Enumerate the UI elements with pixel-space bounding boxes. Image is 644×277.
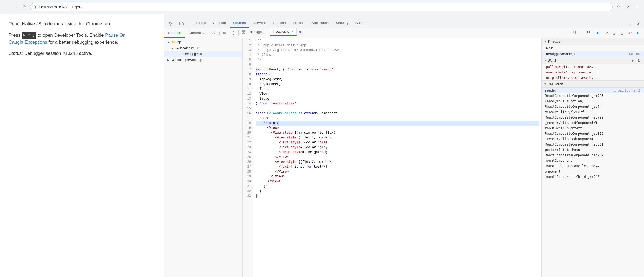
callstack-name-12: performInitialMount (545, 148, 582, 152)
deactivate-button[interactable] (627, 29, 634, 36)
back-button[interactable]: ← (3, 3, 11, 11)
page-content: React Native JS code runs inside this Ch… (0, 14, 164, 277)
forward-button[interactable]: → (12, 3, 19, 11)
callstack-item-5[interactable]: measureLifeCyclePerf (542, 109, 644, 115)
resume-button[interactable] (594, 29, 601, 36)
zoom-button[interactable]: ↗ (624, 3, 632, 11)
tree-item-worker[interactable]: ▶ ⚙ debuggerWorker.js (164, 57, 242, 63)
format-button[interactable]: { } (571, 29, 578, 35)
close-file-tab-button[interactable]: ✕ (291, 30, 294, 33)
devtools-panel: Elements Console Sources Network Timelin… (164, 14, 644, 277)
grid-icon[interactable] (240, 28, 247, 36)
watch-header[interactable]: ▼ Watch + ↻ (542, 57, 644, 64)
subtab-content[interactable]: Content ... (185, 28, 209, 38)
tree-arrow-top: ▼ (167, 40, 170, 44)
subtab-sources[interactable]: Sources (164, 28, 185, 38)
callstack-item-render[interactable]: render index.ios.js:18 (542, 88, 644, 93)
callstack-name-17: mount ReactMultiChild.js:240 (545, 175, 599, 179)
watch-item-1: pullDownOffset: <not av… (542, 64, 644, 70)
callstack-item-15[interactable]: mountC ReactReconciler.js:47 (542, 163, 644, 169)
debugger-toolbar (592, 28, 644, 38)
callstack-name-3: (anonymous function) (545, 99, 584, 103)
tree-label-worker: debuggerWorker.js (175, 58, 203, 62)
more-files-button[interactable]: »» (298, 28, 305, 36)
cursor-icon[interactable] (167, 20, 175, 28)
callstack-name-8: thoutOwnerOrContext (545, 126, 582, 130)
code-editor[interactable]: 1 2 3 4 5 6 7 8 9 10 11 12 13 14 (243, 38, 541, 277)
pause-button[interactable] (635, 29, 642, 36)
callstack-name-11: ReactCompositeComponent.js:361 (545, 143, 604, 146)
callstack-section: ▼ Call Stack render index.ios.js:18 Reac… (542, 81, 644, 277)
add-watch-button[interactable]: + (630, 58, 635, 63)
callstack-item-2[interactable]: ReactCompositeComponent.js:793 (542, 93, 644, 99)
callstack-header[interactable]: ▼ Call Stack (542, 81, 644, 88)
more-subtabs-button[interactable]: ⋮ (230, 29, 237, 37)
watch-item-2: energyDataArray: <not a… (542, 70, 644, 75)
step-over-button[interactable] (602, 29, 609, 36)
callstack-name-15: mountC ReactReconciler.js:47 (545, 164, 599, 168)
file-tab-debugger-ui[interactable]: debugger-ui (247, 28, 270, 36)
tab-sources[interactable]: Sources (230, 18, 249, 28)
subtab-snippets[interactable]: Snippets (209, 28, 230, 38)
callstack-item-14[interactable]: mountComponent (542, 158, 644, 163)
threads-section: ▼ Threads Main debuggerWorker.js paused (542, 38, 644, 57)
callstack-arrow: ▼ (544, 83, 547, 86)
tab-network[interactable]: Network (250, 18, 269, 28)
callstack-item-4[interactable]: ReactCompositeComponent.js:74 (542, 104, 644, 109)
callstack-name-7: _renderValidatedComponentWi (545, 121, 598, 125)
device-icon[interactable] (177, 20, 185, 28)
svg-rect-16 (639, 32, 639, 34)
open-files-bar: debugger-ui index.ios.js ✕ »» { } ⸻ ▮▮ (240, 28, 592, 36)
info-icon: ⓘ (34, 5, 37, 9)
address-bar[interactable]: ⓘ localhost:8081/debugger-ui (30, 3, 613, 11)
callstack-item-17[interactable]: mount ReactMultiChild.js:240 (542, 174, 644, 180)
reload-button[interactable]: ⟳ (21, 3, 28, 11)
thread-main[interactable]: Main (542, 45, 644, 51)
line-numbers: 1 2 3 4 5 6 7 8 9 10 11 12 13 14 (243, 38, 253, 277)
callstack-item-10[interactable]: _renderValidatedComponent (542, 136, 644, 142)
callstack-name-4: ReactCompositeComponent.js:74 (545, 105, 602, 109)
more-tabs-button[interactable]: ⋮ (626, 20, 634, 28)
tab-audits[interactable]: Audits (352, 18, 368, 28)
folder-icon: 📁 (171, 40, 175, 44)
menu-button[interactable]: ⋮ (633, 3, 641, 11)
pretty-print-button[interactable]: ⸻ (578, 29, 585, 35)
callstack-item-6[interactable]: ReactCompositeComponent.js:792 (542, 115, 644, 120)
bookmark-button[interactable]: ☆ (615, 3, 622, 11)
tree-item-top[interactable]: ▼ 📁 top (164, 39, 242, 45)
step-into-button[interactable] (611, 29, 618, 36)
threads-header[interactable]: ▼ Threads (542, 38, 644, 45)
worker-icon: ⚙ (171, 58, 174, 62)
callstack-item-12[interactable]: performInitialMount (542, 147, 644, 153)
cloud-icon: ☁ (176, 46, 179, 50)
callstack-item-11[interactable]: ReactCompositeComponent.js:361 (542, 142, 644, 147)
thread-worker[interactable]: debuggerWorker.js paused (542, 51, 644, 57)
callstack-item-16[interactable]: omponent (542, 169, 644, 174)
devtools-close-button[interactable]: ✕ (634, 20, 642, 28)
callstack-label: Call Stack (548, 82, 563, 86)
file-tab-index-ios[interactable]: index.ios.js ✕ (270, 28, 296, 36)
callstack-item-7[interactable]: _renderValidatedComponentWi (542, 120, 644, 126)
callstack-item-13[interactable]: ReactCompositeComponent.js:257 (542, 153, 644, 158)
tab-application[interactable]: Application (308, 18, 332, 28)
svg-rect-7 (599, 32, 599, 34)
step-out-button[interactable] (619, 29, 626, 36)
callstack-name-render: render (545, 89, 557, 92)
end-text: for a better debugging experience. (47, 40, 118, 45)
tab-profiles[interactable]: Profiles (290, 18, 308, 28)
callstack-item-8[interactable]: thoutOwnerOrContext (542, 126, 644, 131)
callstack-item-9[interactable]: ReactCompositeComponent.js:819 (542, 131, 644, 136)
tab-security[interactable]: Security (333, 18, 352, 28)
tree-item-debugger-ui[interactable]: 📄 debugger-ui (164, 51, 242, 57)
threads-label: Threads (548, 40, 560, 43)
refresh-watch-button[interactable]: ↻ (636, 58, 642, 63)
sources-subtabs: Sources Content ... Snippets ⋮ (164, 28, 237, 38)
callstack-name-6: ReactCompositeComponent.js:792 (545, 116, 604, 119)
tab-timeline[interactable]: Timeline (269, 18, 289, 28)
tree-item-localhost[interactable]: ▼ ☁ localhost:8081 (164, 45, 242, 51)
callstack-item-3[interactable]: (anonymous function) (542, 99, 644, 104)
tab-elements[interactable]: Elements (188, 18, 209, 28)
tab-console[interactable]: Console (210, 18, 229, 28)
pause-on-exception-button[interactable]: ▮▮ (585, 29, 592, 35)
callstack-name-13: ReactCompositeComponent.js:257 (545, 153, 604, 157)
